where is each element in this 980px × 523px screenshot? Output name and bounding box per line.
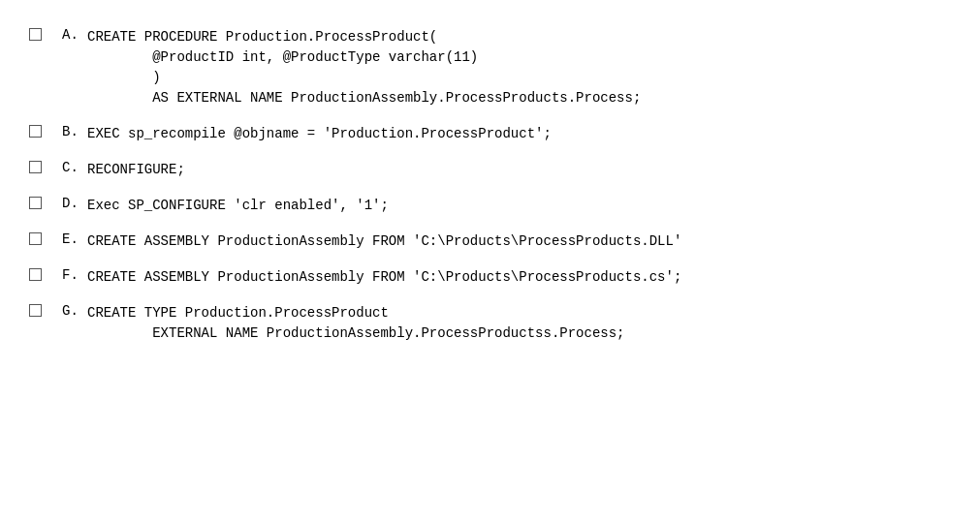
option-checkbox-d[interactable] <box>29 197 42 209</box>
option-letter: D. <box>58 196 87 211</box>
option-letter: E. <box>58 231 87 247</box>
option-code-g: CREATE TYPE Production.ProcessProduct EX… <box>87 303 625 344</box>
option-code-d: Exec SP_CONFIGURE 'clr enabled', '1'; <box>87 196 389 216</box>
option-row-e: E.CREATE ASSEMBLY ProductionAssembly FRO… <box>29 224 951 260</box>
option-checkbox-b[interactable] <box>29 125 42 138</box>
checkbox-area <box>29 124 58 138</box>
option-row-d: D.Exec SP_CONFIGURE 'clr enabled', '1'; <box>29 188 951 224</box>
option-code-f: CREATE ASSEMBLY ProductionAssembly FROM … <box>87 267 681 288</box>
option-checkbox-c[interactable] <box>29 161 42 173</box>
option-row-c: C.RECONFIGURE; <box>29 152 951 188</box>
option-code-b: EXEC sp_recompile @objname = 'Production… <box>87 124 552 144</box>
option-checkbox-e[interactable] <box>29 232 42 245</box>
option-letter: G. <box>58 303 87 319</box>
option-checkbox-g[interactable] <box>29 304 42 317</box>
checkbox-area <box>29 231 58 245</box>
option-code-a: CREATE PROCEDURE Production.ProcessProdu… <box>87 27 641 108</box>
option-letter: C. <box>58 160 87 175</box>
checkbox-area <box>29 267 58 281</box>
option-letter: A. <box>58 27 87 43</box>
checkbox-area <box>29 160 58 173</box>
checkbox-area <box>29 196 58 209</box>
option-row-g: G.CREATE TYPE Production.ProcessProduct … <box>29 295 951 352</box>
option-letter: B. <box>58 124 87 139</box>
option-letter: F. <box>58 267 87 283</box>
option-checkbox-f[interactable] <box>29 268 42 281</box>
option-code-c: RECONFIGURE; <box>87 160 185 180</box>
option-row-f: F.CREATE ASSEMBLY ProductionAssembly FRO… <box>29 260 951 295</box>
option-row-b: B.EXEC sp_recompile @objname = 'Producti… <box>29 116 951 152</box>
options-list: A.CREATE PROCEDURE Production.ProcessPro… <box>29 19 951 352</box>
option-row-a: A.CREATE PROCEDURE Production.ProcessPro… <box>29 19 951 116</box>
option-checkbox-a[interactable] <box>29 28 42 41</box>
option-code-e: CREATE ASSEMBLY ProductionAssembly FROM … <box>87 231 681 252</box>
checkbox-area <box>29 27 58 41</box>
checkbox-area <box>29 303 58 317</box>
